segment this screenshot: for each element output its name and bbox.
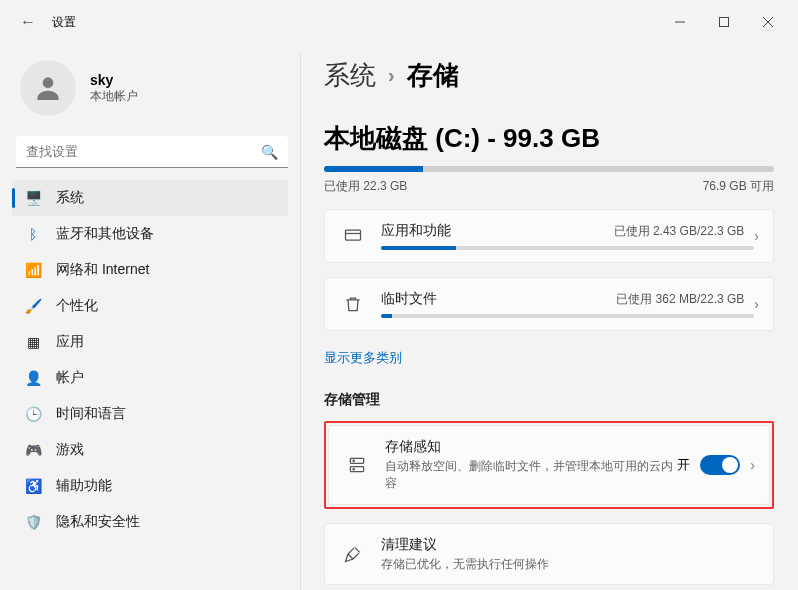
chevron-right-icon: ›: [388, 64, 395, 87]
card-title: 应用和功能: [381, 222, 451, 240]
nav-label: 帐户: [56, 369, 84, 387]
user-name: sky: [90, 72, 138, 88]
disk-title: 本地磁盘 (C:) - 99.3 GB: [324, 121, 774, 156]
system-icon: 🖥️: [24, 189, 42, 207]
temp-usage-bar: [381, 314, 754, 318]
card-title: 临时文件: [381, 290, 437, 308]
user-subtitle: 本地帐户: [90, 88, 138, 105]
svg-rect-8: [350, 466, 363, 471]
wifi-icon: 📶: [24, 261, 42, 279]
breadcrumb-parent[interactable]: 系统: [324, 58, 376, 93]
nav-label: 蓝牙和其他设备: [56, 225, 154, 243]
nav-gaming[interactable]: 🎮游戏: [12, 432, 288, 468]
nav-system[interactable]: 🖥️系统: [12, 180, 288, 216]
apps-usage-bar: [381, 246, 754, 250]
nav-privacy[interactable]: 🛡️隐私和安全性: [12, 504, 288, 540]
svg-point-9: [353, 460, 354, 461]
broom-icon: [339, 544, 367, 564]
nav-label: 个性化: [56, 297, 98, 315]
storage-sense-toggle[interactable]: [700, 455, 740, 475]
disk-used: 已使用 22.3 GB: [324, 178, 407, 195]
toggle-state: 开: [677, 456, 690, 474]
chevron-right-icon: ›: [754, 296, 759, 312]
category-apps[interactable]: 应用和功能 已使用 2.43 GB/22.3 GB ›: [324, 209, 774, 263]
svg-rect-7: [350, 458, 363, 463]
brush-icon: 🖌️: [24, 297, 42, 315]
nav-personalization[interactable]: 🖌️个性化: [12, 288, 288, 324]
card-title: 清理建议: [381, 536, 759, 554]
svg-point-4: [43, 77, 54, 88]
apps-features-icon: [339, 226, 367, 246]
maximize-button[interactable]: [702, 6, 746, 38]
nav-label: 隐私和安全性: [56, 513, 140, 531]
shield-icon: 🛡️: [24, 513, 42, 531]
close-button[interactable]: [746, 6, 790, 38]
svg-point-10: [353, 468, 354, 469]
accessibility-icon: ♿: [24, 477, 42, 495]
card-desc: 自动释放空间、删除临时文件，并管理本地可用的云内容: [385, 458, 677, 492]
apps-icon: ▦: [24, 333, 42, 351]
breadcrumb-current: 存储: [407, 58, 459, 93]
breadcrumb: 系统 › 存储: [324, 58, 774, 93]
trash-icon: [339, 294, 367, 314]
card-title: 存储感知: [385, 438, 677, 456]
clock-icon: 🕒: [24, 405, 42, 423]
storage-sense[interactable]: 存储感知 自动释放空间、删除临时文件，并管理本地可用的云内容 开 ›: [328, 425, 770, 505]
nav-label: 网络和 Internet: [56, 261, 149, 279]
nav-label: 时间和语言: [56, 405, 126, 423]
nav-label: 应用: [56, 333, 84, 351]
gaming-icon: 🎮: [24, 441, 42, 459]
avatar: [20, 60, 76, 116]
nav-accessibility[interactable]: ♿辅助功能: [12, 468, 288, 504]
cleanup-recommendations[interactable]: 清理建议 存储已优化，无需执行任何操作: [324, 523, 774, 586]
highlight-box: 存储感知 自动释放空间、删除临时文件，并管理本地可用的云内容 开 ›: [324, 421, 774, 509]
nav-label: 辅助功能: [56, 477, 112, 495]
user-profile[interactable]: sky 本地帐户: [12, 52, 300, 132]
minimize-button[interactable]: [658, 6, 702, 38]
chevron-right-icon: ›: [750, 457, 755, 473]
svg-rect-5: [346, 230, 361, 240]
chevron-right-icon: ›: [754, 228, 759, 244]
accounts-icon: 👤: [24, 369, 42, 387]
window-title: 设置: [52, 14, 76, 31]
nav-time[interactable]: 🕒时间和语言: [12, 396, 288, 432]
nav-label: 系统: [56, 189, 84, 207]
show-more-link[interactable]: 显示更多类别: [324, 349, 402, 367]
nav-network[interactable]: 📶网络和 Internet: [12, 252, 288, 288]
storage-icon: [343, 455, 371, 475]
nav-bluetooth[interactable]: ᛒ蓝牙和其他设备: [12, 216, 288, 252]
disk-usage-bar: [324, 166, 774, 172]
category-temp[interactable]: 临时文件 已使用 362 MB/22.3 GB ›: [324, 277, 774, 331]
card-usage: 已使用 362 MB/22.3 GB: [616, 291, 744, 308]
card-usage: 已使用 2.43 GB/22.3 GB: [614, 223, 745, 240]
nav-apps[interactable]: ▦应用: [12, 324, 288, 360]
search-box[interactable]: 🔍: [16, 136, 288, 168]
section-storage-management: 存储管理: [324, 391, 774, 409]
nav-label: 游戏: [56, 441, 84, 459]
search-icon: 🔍: [261, 144, 278, 160]
disk-free: 76.9 GB 可用: [703, 178, 774, 195]
bluetooth-icon: ᛒ: [24, 225, 42, 243]
svg-rect-1: [720, 18, 729, 27]
nav-accounts[interactable]: 👤帐户: [12, 360, 288, 396]
search-input[interactable]: [16, 136, 288, 168]
card-desc: 存储已优化，无需执行任何操作: [381, 556, 759, 573]
back-button[interactable]: ←: [8, 13, 48, 31]
